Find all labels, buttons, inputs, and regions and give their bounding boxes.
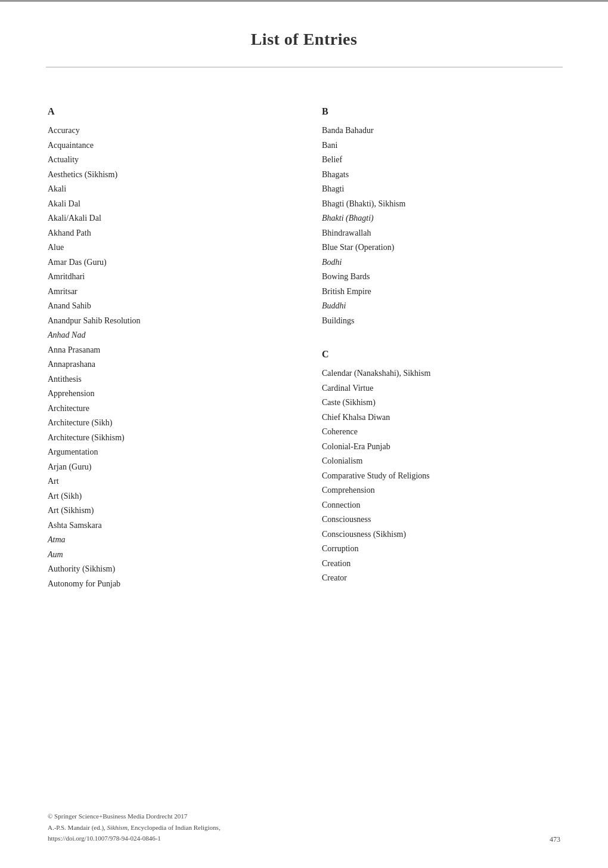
footer-editor: A.-P.S. Mandair (ed.), Sikhism, Encyclop… [48,822,221,833]
list-item: Bodhi [322,255,560,270]
list-item: Anandpur Sahib Resolution [48,314,286,329]
list-item: Bhakti (Bhagti) [322,211,560,226]
list-item: Anhad Nad [48,328,286,343]
list-item: Art (Sikhism) [48,503,286,518]
page-title: List of Entries [0,30,608,49]
section-gap [322,328,560,346]
list-item: Aum [48,548,286,563]
list-item: Bhindrawallah [322,226,560,241]
list-item: Comparative Study of Religions [322,469,560,484]
section-letter-A: A [48,103,286,120]
list-item: Architecture (Sikhism) [48,431,286,446]
list-item: Bhagti [322,182,560,197]
right-column: B Banda Bahadur Bani Belief Bhagats Bhag… [322,103,560,591]
section-B: B Banda Bahadur Bani Belief Bhagats Bhag… [322,103,560,328]
list-item: Arjan (Guru) [48,460,286,475]
list-item: Architecture (Sikh) [48,416,286,431]
list-item: Ashta Samskara [48,518,286,533]
page-header: List of Entries [0,0,608,67]
footer-editor-suffix: , Encyclopedia of Indian Religions, [128,824,221,831]
list-item: Apprehension [48,387,286,401]
list-item: British Empire [322,285,560,299]
list-item: Creation [322,557,560,572]
list-item: Corruption [322,542,560,557]
list-item: Amar Das (Guru) [48,255,286,270]
footer: © Springer Science+Business Media Dordre… [48,811,221,844]
list-item: Blue Star (Operation) [322,240,560,255]
list-item: Comprehension [322,483,560,498]
list-item: Architecture [48,401,286,416]
list-item: Aesthetics (Sikhism) [48,168,286,183]
list-item: Art [48,474,286,489]
list-item: Colonial-Era Punjab [322,440,560,455]
list-item: Antithesis [48,372,286,387]
footer-page-number: 473 [550,835,560,844]
list-item: Cardinal Virtue [322,381,560,396]
list-item: Akhand Path [48,226,286,241]
section-A: A Accuracy Acquaintance Actuality Aesthe… [48,103,286,591]
list-item: Coherence [322,425,560,440]
list-item: Calendar (Nanakshahi), Sikhism [322,366,560,381]
footer-copyright: © Springer Science+Business Media Dordre… [48,811,221,822]
list-item: Creator [322,571,560,586]
list-item: Bani [322,138,560,153]
list-item: Amritdhari [48,270,286,285]
left-column: A Accuracy Acquaintance Actuality Aesthe… [48,103,286,591]
list-item: Colonialism [322,454,560,469]
list-item: Caste (Sikhism) [322,396,560,410]
list-item: Buddhi [322,299,560,314]
list-item: Chief Khalsa Diwan [322,410,560,425]
list-item: Buildings [322,314,560,329]
list-item: Anand Sahib [48,299,286,314]
section-letter-C: C [322,346,560,363]
list-item: Art (Sikh) [48,489,286,504]
list-item: Autonomy for Punjab [48,577,286,592]
list-item: Authority (Sikhism) [48,562,286,577]
footer-editor-title: Sikhism [107,824,128,831]
list-item: Alue [48,240,286,255]
list-item: Atma [48,533,286,548]
section-C: C Calendar (Nanakshahi), Sikhism Cardina… [322,346,560,586]
list-item: Accuracy [48,123,286,138]
list-item: Belief [322,153,560,168]
list-item: Connection [322,498,560,513]
section-letter-B: B [322,103,560,120]
list-item: Akali [48,182,286,197]
list-item: Consciousness [322,512,560,527]
list-item: Acquaintance [48,138,286,153]
list-item: Banda Bahadur [322,123,560,138]
content-area: A Accuracy Acquaintance Actuality Aesthe… [0,103,608,591]
list-item: Bhagti (Bhakti), Sikhism [322,197,560,212]
list-item: Actuality [48,153,286,168]
list-item: Annaprashana [48,357,286,372]
list-item: Akali/Akali Dal [48,211,286,226]
list-item: Consciousness (Sikhism) [322,527,560,542]
top-rule [0,0,608,2]
footer-editor-prefix: A.-P.S. Mandair (ed.), [48,824,107,831]
footer-doi: https://doi.org/10.1007/978-94-024-0846-… [48,833,221,844]
list-item: Bowing Bards [322,270,560,285]
list-item: Bhagats [322,168,560,183]
list-item: Anna Prasanam [48,343,286,358]
header-rule [46,67,563,67]
list-item: Amritsar [48,285,286,299]
list-item: Akali Dal [48,197,286,212]
list-item: Argumentation [48,445,286,460]
